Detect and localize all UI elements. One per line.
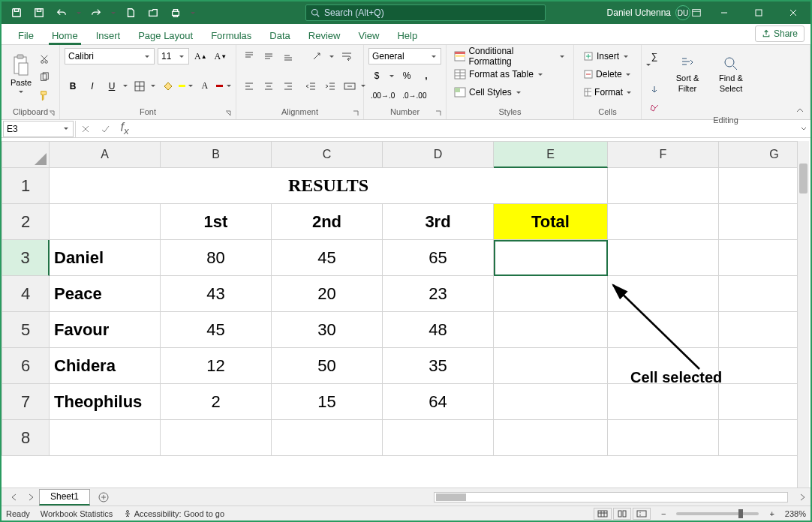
align-left-button[interactable] [241, 78, 257, 94]
increase-font-button[interactable]: A▲ [192, 48, 209, 64]
tab-formulas[interactable]: Formulas [202, 27, 260, 44]
quickprint-button[interactable] [167, 4, 185, 22]
cell-A1-merged[interactable]: RESULTS [50, 168, 608, 204]
autosave-toggle[interactable] [8, 4, 26, 22]
page-layout-view-button[interactable] [613, 508, 631, 520]
zoom-in-button[interactable]: + [769, 509, 774, 518]
zoom-thumb[interactable] [738, 509, 743, 518]
format-cells-button[interactable]: Format [579, 84, 636, 100]
cell-D8[interactable] [383, 420, 494, 456]
cell-D7[interactable]: 64 [383, 384, 494, 420]
tab-insert[interactable]: Insert [87, 27, 130, 44]
worksheet-grid[interactable]: A B C D E F G 1 RESULTS 2 1st 2nd 3rd To… [2, 141, 797, 488]
cell-A8[interactable] [50, 420, 161, 456]
clear-button[interactable] [646, 99, 663, 116]
cell-B7[interactable]: 2 [161, 384, 272, 420]
expand-formula-bar[interactable] [797, 125, 810, 133]
col-header-D[interactable]: D [383, 141, 494, 168]
new-sheet-button[interactable] [95, 490, 113, 505]
cell-D5[interactable]: 48 [383, 312, 494, 348]
cell-G6[interactable] [719, 348, 797, 384]
cell-A6[interactable]: Chidera [50, 348, 161, 384]
cell-F8[interactable] [608, 420, 719, 456]
cell-E4[interactable] [494, 276, 608, 312]
find-select-button[interactable]: Find & Select [712, 48, 750, 100]
delete-cells-button[interactable]: Delete [579, 66, 636, 82]
cell-B8[interactable] [161, 420, 272, 456]
row-header-3[interactable]: 3 [2, 240, 50, 276]
font-size-select[interactable]: 11 [158, 48, 189, 64]
cell-D4[interactable]: 23 [383, 276, 494, 312]
redo-button[interactable] [87, 4, 105, 22]
font-color-button[interactable]: A [197, 78, 213, 94]
ribbon-display-options[interactable] [686, 2, 707, 24]
autosum-button[interactable]: ∑ [646, 48, 663, 64]
cell-A2[interactable] [50, 204, 161, 240]
merge-center-button[interactable] [341, 78, 358, 94]
row-header-2[interactable]: 2 [2, 204, 50, 240]
share-button[interactable]: Share [755, 26, 804, 42]
maximize-button[interactable] [741, 2, 776, 24]
cell-E5[interactable] [494, 312, 608, 348]
align-bottom-button[interactable] [280, 48, 296, 64]
hscroll-thumb[interactable] [436, 494, 466, 501]
cell-B2[interactable]: 1st [161, 204, 272, 240]
align-top-button[interactable] [241, 48, 257, 64]
cell-D2[interactable]: 3rd [383, 204, 494, 240]
tab-data[interactable]: Data [260, 27, 299, 44]
page-break-view-button[interactable] [633, 508, 651, 520]
cell-D6[interactable]: 35 [383, 348, 494, 384]
sheet-tab-1[interactable]: Sheet1 [39, 489, 90, 506]
cell-C6[interactable]: 50 [272, 348, 383, 384]
undo-button[interactable] [53, 4, 71, 22]
cell-E6[interactable] [494, 348, 608, 384]
horizontal-scrollbar[interactable] [434, 492, 788, 502]
zoom-slider[interactable] [676, 512, 759, 515]
align-middle-button[interactable] [260, 48, 277, 64]
cut-button[interactable] [36, 51, 53, 68]
new-file-button[interactable] [122, 4, 140, 22]
tab-view[interactable]: View [349, 27, 388, 44]
borders-button[interactable] [131, 78, 148, 94]
col-header-C[interactable]: C [272, 141, 383, 168]
cell-styles-button[interactable]: Cell Styles [451, 84, 525, 100]
tab-review[interactable]: Review [299, 27, 350, 44]
accounting-format-button[interactable]: $ [368, 68, 385, 84]
align-right-button[interactable] [280, 78, 296, 94]
paste-dropdown[interactable] [17, 88, 25, 95]
sheet-nav-prev[interactable] [6, 490, 23, 505]
cell-G1[interactable] [719, 168, 797, 204]
wrap-text-button[interactable] [338, 48, 355, 64]
borders-dropdown[interactable] [151, 82, 156, 89]
increase-indent-button[interactable] [322, 78, 338, 94]
cell-A7[interactable]: Theophilus [50, 384, 161, 420]
cell-A4[interactable]: Peace [50, 276, 161, 312]
cell-G2[interactable] [719, 204, 797, 240]
number-format-select[interactable]: General [368, 48, 441, 64]
cell-G4[interactable] [719, 276, 797, 312]
font-color-dropdown[interactable] [226, 82, 231, 89]
fill-color-dropdown[interactable] [188, 82, 194, 89]
status-accessibility[interactable]: Accessibility: Good to go [123, 509, 224, 518]
cell-G5[interactable] [719, 312, 797, 348]
alignment-launcher[interactable] [351, 107, 362, 118]
status-workbook-stats[interactable]: Workbook Statistics [41, 509, 113, 518]
row-header-5[interactable]: 5 [2, 312, 50, 348]
cell-C4[interactable]: 20 [272, 276, 383, 312]
cancel-formula-button[interactable] [76, 121, 95, 137]
redo-dropdown[interactable] [110, 10, 117, 16]
normal-view-button[interactable] [594, 508, 612, 520]
user-account[interactable]: Daniel Uchenna DU [607, 5, 690, 20]
cell-D3[interactable]: 65 [383, 240, 494, 276]
qat-customize[interactable] [189, 10, 197, 16]
underline-dropdown[interactable] [123, 82, 128, 89]
decrease-font-button[interactable]: A▼ [212, 48, 230, 64]
conditional-formatting-button[interactable]: Conditional Formatting [451, 48, 569, 64]
sort-filter-button[interactable]: Sort & Filter [669, 48, 706, 100]
insert-cells-button[interactable]: Insert [579, 48, 636, 64]
cell-E3-selected[interactable] [494, 240, 608, 276]
format-as-table-button[interactable]: Format as Table [451, 66, 547, 82]
cell-A3[interactable]: Daniel [50, 240, 161, 276]
cell-F3[interactable] [608, 240, 719, 276]
cell-F4[interactable] [608, 276, 719, 312]
